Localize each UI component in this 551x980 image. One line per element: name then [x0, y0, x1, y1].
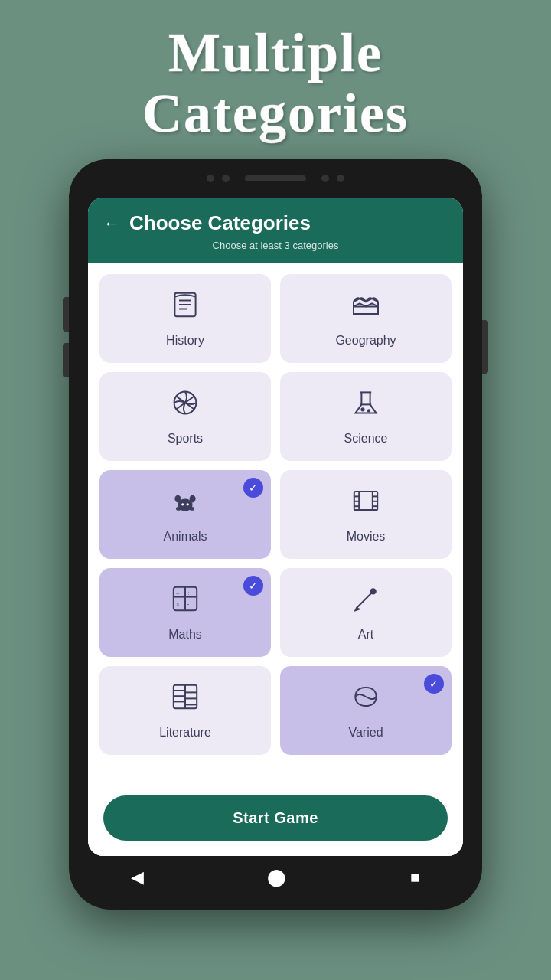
animals-check-badge: ✓ [243, 478, 263, 498]
category-card-literature[interactable]: Literature [99, 666, 271, 755]
category-card-sports[interactable]: Sports [99, 372, 271, 461]
sports-icon [170, 387, 201, 426]
movies-icon [350, 485, 381, 524]
animals-label: Animals [164, 530, 207, 544]
science-label: Science [344, 432, 388, 446]
history-label: History [166, 334, 204, 348]
animals-icon [170, 485, 201, 524]
power-button [482, 320, 488, 374]
sports-label: Sports [168, 432, 203, 446]
back-button[interactable]: ← [103, 214, 120, 234]
category-card-maths[interactable]: + ÷ × - Maths✓ [99, 568, 271, 657]
svg-point-7 [361, 409, 364, 411]
varied-check-badge: ✓ [424, 674, 444, 694]
volume-down-button [63, 343, 69, 377]
svg-point-14 [181, 504, 184, 506]
nav-bar: ◀ ⬤ ■ [69, 856, 482, 898]
notch-dot-3 [321, 175, 329, 182]
nav-back-button[interactable]: ◀ [116, 860, 159, 895]
category-card-animals[interactable]: Animals✓ [99, 470, 271, 559]
svg-text:+: + [176, 590, 180, 597]
svg-text:-: - [187, 602, 189, 609]
notch-dot-2 [222, 175, 230, 182]
start-game-button[interactable]: Start Game [103, 795, 448, 841]
phone-screen: ← Choose Categories Choose at least 3 ca… [88, 198, 463, 856]
svg-text:×: × [176, 602, 180, 609]
movies-label: Movies [347, 530, 386, 544]
literature-label: Literature [159, 726, 211, 740]
category-card-varied[interactable]: Varied✓ [280, 666, 452, 755]
svg-point-11 [190, 495, 196, 503]
literature-icon [170, 681, 201, 720]
volume-up-button [63, 297, 69, 332]
varied-icon [350, 681, 381, 720]
phone-notch [69, 159, 482, 198]
screen-header: ← Choose Categories Choose at least 3 ca… [88, 198, 463, 263]
category-card-history[interactable]: History [99, 274, 271, 363]
svg-text:÷: ÷ [187, 590, 191, 597]
art-label: Art [358, 628, 373, 642]
bottom-section: Start Game [88, 784, 463, 856]
art-icon [350, 583, 381, 622]
svg-point-12 [176, 507, 181, 511]
geography-label: Geography [335, 334, 396, 348]
svg-point-8 [368, 410, 370, 412]
maths-icon: + ÷ × - [170, 583, 201, 622]
svg-point-32 [370, 590, 375, 594]
category-card-art[interactable]: Art [280, 568, 452, 657]
category-card-science[interactable]: Science [280, 372, 452, 461]
category-card-movies[interactable]: Movies [280, 470, 452, 559]
screen-title: Choose Categories [129, 211, 311, 235]
notch-dot-1 [207, 175, 214, 182]
svg-point-15 [187, 504, 189, 506]
maths-label: Maths [168, 628, 202, 642]
nav-home-button[interactable]: ⬤ [252, 860, 302, 895]
geography-icon [350, 289, 381, 328]
varied-label: Varied [348, 726, 383, 740]
notch-dot-4 [337, 175, 344, 182]
notch-bar [245, 175, 306, 181]
svg-point-10 [174, 495, 181, 503]
maths-check-badge: ✓ [243, 576, 263, 596]
history-icon [170, 289, 201, 328]
page-bg-title: Multiple Categories [142, 23, 409, 144]
category-card-geography[interactable]: Geography [280, 274, 452, 363]
svg-point-13 [190, 507, 194, 511]
categories-grid: History Geography Sports Science [99, 274, 452, 755]
nav-recents-button[interactable]: ■ [395, 860, 435, 895]
categories-container: History Geography Sports Science [88, 263, 463, 784]
phone-frame: ← Choose Categories Choose at least 3 ca… [69, 159, 482, 910]
science-icon [350, 387, 381, 426]
screen-subtitle: Choose at least 3 categories [103, 240, 448, 251]
